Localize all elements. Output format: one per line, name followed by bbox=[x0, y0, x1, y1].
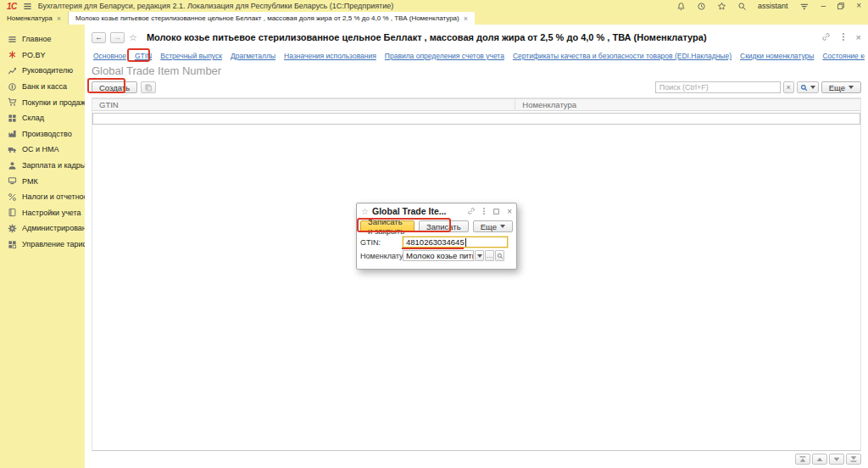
sidebar-item-purchases-sales[interactable]: Покупки и продажи bbox=[0, 94, 85, 110]
back-button[interactable]: ← bbox=[92, 32, 106, 43]
close-form-icon[interactable]: × bbox=[856, 32, 861, 42]
bank-cash-coin-icon bbox=[8, 82, 17, 92]
restore-button[interactable] bbox=[837, 2, 845, 10]
close-window-button[interactable]: × bbox=[856, 2, 861, 10]
dialog-buttons: Записать и закрыть Записать Еще bbox=[357, 219, 516, 235]
nomenclature-combo: Молоко козье питьевое ст … bbox=[403, 250, 504, 261]
maximize-icon[interactable] bbox=[492, 203, 500, 219]
notifications-bell-icon[interactable] bbox=[676, 2, 686, 11]
manager-chart-icon bbox=[8, 66, 17, 75]
sidebar-item-manager[interactable]: Руководителю bbox=[0, 63, 85, 79]
poby-asterisk-icon bbox=[8, 50, 17, 59]
sidebar-item-production[interactable]: Производство bbox=[0, 126, 85, 142]
clear-search-icon[interactable]: × bbox=[783, 81, 794, 93]
fixed-assets-truck-icon bbox=[8, 145, 17, 154]
tab-close-icon[interactable]: × bbox=[464, 14, 468, 23]
nav-link-marking-codes[interactable]: Состояние кодов маркировки bbox=[822, 52, 865, 60]
taxes-percent-icon bbox=[8, 192, 17, 202]
column-header-gtin[interactable]: GTIN bbox=[92, 99, 515, 110]
rmk-register-icon bbox=[8, 176, 17, 186]
production-factory-icon bbox=[8, 129, 17, 138]
dropdown-button[interactable] bbox=[475, 250, 484, 261]
save-and-close-button[interactable]: Записать и закрыть bbox=[360, 220, 415, 232]
chevron-down-icon bbox=[500, 225, 505, 228]
form-header: ← → ☆ Молоко козье питьевое стерилизован… bbox=[92, 30, 861, 45]
nomenclature-field-label: Номенклатура: bbox=[360, 252, 403, 260]
gtin-list: GTIN Номенклатура bbox=[92, 98, 861, 451]
sidebar-item-main[interactable]: Главное bbox=[0, 31, 85, 47]
sidebar-item-administration[interactable]: Администрирование bbox=[0, 220, 85, 237]
chevron-down-icon bbox=[849, 86, 854, 89]
sidebar-item-warehouse[interactable]: Склад bbox=[0, 110, 85, 126]
nav-link-main[interactable]: Основное bbox=[93, 52, 126, 60]
minimize-button[interactable]: – bbox=[821, 2, 826, 10]
save-button[interactable]: Записать bbox=[419, 220, 469, 232]
nav-link-counter-release[interactable]: Встречный выпуск bbox=[160, 52, 222, 60]
open-windows-tabbar: Номенклатура × Молоко козье питьевое сте… bbox=[0, 12, 868, 25]
empty-list-row[interactable] bbox=[92, 113, 860, 125]
choose-from-list-button[interactable]: … bbox=[485, 250, 494, 261]
nav-link-gtin[interactable]: GTIN bbox=[135, 52, 152, 60]
sidebar-item-salary-hr[interactable]: Зарплата и кадры bbox=[0, 158, 85, 174]
sidebar-item-tariff-management[interactable]: Управление тарифом bbox=[0, 237, 85, 253]
nav-link-usage-purposes[interactable]: Назначения использования bbox=[284, 52, 376, 60]
create-by-copy-button[interactable] bbox=[141, 81, 156, 93]
window-tab-nomenclature[interactable]: Номенклатура × bbox=[0, 12, 69, 25]
column-header-nomenclature[interactable]: Номенклатура bbox=[515, 99, 860, 110]
sidebar-item-fixed-assets[interactable]: ОС и НМА bbox=[0, 142, 85, 158]
close-dialog-icon[interactable]: × bbox=[507, 207, 512, 216]
go-last-button[interactable] bbox=[846, 454, 861, 465]
favorites-star-icon[interactable] bbox=[717, 2, 726, 11]
title-bar: 1С Бухгалтерия для Беларуси, редакция 2.… bbox=[0, 0, 868, 12]
list-more-button[interactable]: Еще bbox=[821, 81, 861, 93]
salary-person-icon bbox=[8, 161, 17, 170]
nav-link-certificates[interactable]: Сертификаты качества и безопасности това… bbox=[513, 52, 732, 60]
dialog-more-button[interactable]: Еще bbox=[473, 220, 513, 232]
search-input[interactable] bbox=[655, 81, 781, 93]
tab-label: Номенклатура bbox=[7, 14, 53, 22]
service-menu-icon[interactable] bbox=[799, 2, 810, 11]
global-search-icon[interactable] bbox=[737, 2, 747, 11]
open-item-button[interactable] bbox=[495, 250, 504, 261]
dialog-title: Global Trade Ite... bbox=[372, 206, 447, 216]
chevron-down-icon bbox=[810, 86, 815, 89]
page-up-button[interactable] bbox=[812, 454, 827, 465]
window-tab-item-card[interactable]: Молоко козье питьевое стерилизованное це… bbox=[69, 12, 475, 25]
gtin-input[interactable]: 4810263034645 bbox=[403, 237, 508, 248]
sidebar-item-rmk[interactable]: РМК bbox=[0, 173, 85, 189]
create-button[interactable]: Создать bbox=[92, 81, 137, 93]
nomenclature-field-row: Номенклатура: Молоко козье питьевое ст … bbox=[357, 248, 516, 262]
forward-button[interactable]: → bbox=[110, 32, 125, 43]
more-menu-icon[interactable] bbox=[842, 30, 845, 45]
main-menu-icon[interactable] bbox=[23, 2, 32, 11]
favorite-star-icon[interactable]: ☆ bbox=[361, 207, 369, 216]
purchases-cart-icon bbox=[8, 98, 17, 107]
list-navigation bbox=[795, 454, 861, 465]
current-user[interactable]: assistant bbox=[758, 2, 788, 10]
get-link-icon[interactable] bbox=[467, 203, 476, 219]
gtin-dialog: ☆ Global Trade Ite... × Записать и закры… bbox=[356, 203, 517, 270]
get-link-icon[interactable] bbox=[821, 30, 831, 45]
chevron-down-icon bbox=[477, 254, 482, 258]
page-down-button[interactable] bbox=[829, 454, 844, 465]
nav-link-account-rules[interactable]: Правила определения счетов учета bbox=[385, 52, 504, 60]
favorite-star-icon[interactable]: ☆ bbox=[129, 32, 137, 43]
section-title: Global Trade Item Number bbox=[92, 64, 221, 77]
history-icon[interactable] bbox=[697, 2, 706, 11]
nav-link-precious-metals[interactable]: Драгметаллы bbox=[231, 52, 275, 60]
tab-close-icon[interactable]: × bbox=[57, 14, 61, 23]
form-nav-links: Основное GTIN Встречный выпуск Драгметал… bbox=[93, 50, 865, 62]
more-menu-icon[interactable] bbox=[482, 203, 486, 219]
sections-sidebar: Главное PO.BY Руководителю Банк и касса … bbox=[0, 25, 85, 468]
sidebar-item-accounting-settings[interactable]: Настройки учета bbox=[0, 205, 85, 221]
go-first-button[interactable] bbox=[795, 454, 810, 465]
app-title: Бухгалтерия для Беларуси, редакция 2.1. … bbox=[38, 2, 393, 10]
sidebar-item-bank-cash[interactable]: Банк и касса bbox=[0, 79, 85, 95]
text-cursor bbox=[465, 238, 466, 247]
gtin-field-label: GTIN: bbox=[360, 238, 403, 247]
nav-link-discounts[interactable]: Скидки номенклатуры bbox=[740, 52, 814, 60]
nomenclature-input[interactable]: Молоко козье питьевое ст bbox=[403, 250, 474, 261]
search-button[interactable] bbox=[797, 81, 819, 93]
sidebar-item-taxes[interactable]: Налоги и отчетность bbox=[0, 189, 85, 205]
sidebar-item-poby[interactable]: PO.BY bbox=[0, 47, 85, 64]
